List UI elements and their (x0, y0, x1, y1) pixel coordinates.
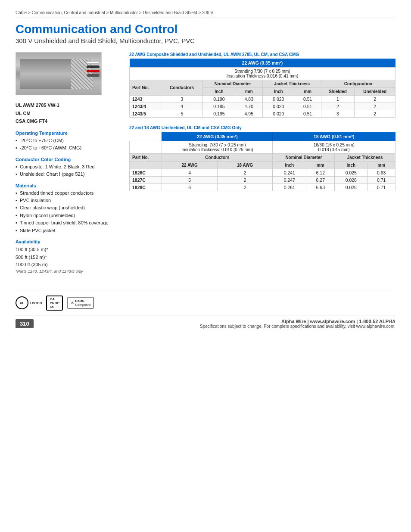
list-item: Tinned copper braid shield, 80% coverage (16, 220, 119, 226)
table1-awg-header: 22 AWG (0.35 mm²) (130, 59, 395, 68)
page-title: Communication and Control (16, 22, 395, 36)
cell-partno: 1243/5 (130, 110, 161, 118)
page-number: 310 (16, 319, 34, 328)
table1-title: 22 AWG Composite Shielded and Unshielded… (129, 52, 395, 57)
cell-unshielded: 2 (355, 110, 395, 118)
footer-disclaimer: Specifications subject to change. For co… (200, 324, 395, 329)
cell-mm2: 0.51 (294, 110, 321, 118)
cell-inch: 0.195 (203, 110, 235, 118)
operating-temp-heading: Operating Temperature (16, 131, 119, 136)
page-footer: 310 Alpha Wire | www.alphawire.com | 1-8… (16, 315, 395, 329)
table-row: 1243/5 5 0.195 4.95 0.020 0.51 3 2 (130, 110, 395, 118)
table2-stranding1: Stranding: 7/30 (7 x 0.25 mm)Insulation … (162, 141, 273, 154)
rohs-logo: ⚠ RoHS Compliant (67, 297, 94, 309)
col-subheader-18awg: 18 AWG (217, 162, 273, 169)
sb-logo: CA PROP 65 (46, 296, 63, 311)
cell-inch2: 0.020 (263, 103, 294, 110)
availability-heading: Availability (16, 239, 119, 244)
cell-mm2: 0.71 (367, 177, 395, 184)
cell-inch2: 0.025 (335, 169, 367, 177)
table2-title: 22 and 18 AWG Unshielded, UL CM and CSA … (129, 125, 395, 130)
avail-line1: 100 ft (30.5 m)* (16, 246, 119, 254)
page-subtitle: 300 V Unshielded and Braid Shield, Multi… (16, 37, 395, 44)
cell-mm2: 0.51 (294, 103, 321, 110)
left-column: UL AWM 2785 VW-1 UL CM CSA CMG FT4 Opera… (16, 52, 119, 274)
cell-mm: 6.12 (306, 169, 335, 177)
col-subheader-unshielded: Unshielded (355, 88, 395, 96)
cert-line3: CSA CMG FT4 (16, 117, 119, 125)
cell-mm2: 0.63 (367, 169, 395, 177)
list-item: PVC insulation (16, 197, 119, 204)
materials-heading: Materials (16, 183, 119, 188)
cert-line1: UL AWM 2785 VW-1 (16, 101, 119, 109)
col-subheader-mm4: mm (367, 162, 395, 169)
cell-mm: 6.63 (306, 184, 335, 191)
cell-mm: 4.83 (235, 96, 263, 103)
col-subheader-22awg: 22 AWG (162, 162, 218, 169)
list-item: Unshielded: Chart I (page 521) (16, 171, 119, 177)
col-header-conductors: Conductors (161, 80, 203, 96)
cell-18awg: 2 (217, 184, 273, 191)
cell-inch: 0.241 (273, 169, 306, 177)
table-row: 1828C 6 2 0.261 6.63 0.028 0.71 (130, 184, 395, 191)
cell-22awg: 5 (162, 177, 218, 184)
col-header-jacket2: Jacket Thickness (335, 154, 395, 162)
cell-partno: 1828C (130, 184, 162, 191)
col-subheader-mm2: mm (294, 88, 321, 96)
availability-note: *Parts 1243, 1243/4, and 1243/5 only (16, 269, 119, 274)
cell-18awg: 2 (217, 169, 273, 177)
col-subheader-inch2: Inch (263, 88, 294, 96)
table-row: 1243 3 0.190 4.83 0.020 0.51 1 2 (130, 96, 395, 103)
listed-text: LISTED (30, 301, 42, 305)
cell-inch2: 0.028 (335, 177, 367, 184)
availability-text: 100 ft (30.5 m)* 500 ft (152 m)* 1000 ft… (16, 246, 119, 269)
col-subheader-inch3: Inch (273, 162, 306, 169)
table-row: 1826C 4 2 0.241 6.12 0.025 0.63 (130, 169, 395, 177)
certifications: UL AWM 2785 VW-1 UL CM CSA CMG FT4 (16, 101, 119, 125)
operating-temp-list: -20°C to +75°C (CM) -20°C to +60°C (AWM,… (16, 137, 119, 152)
table-row: 1243/4 4 0.185 4.70 0.020 0.51 2 2 (130, 103, 395, 110)
col-subheader-shielded: Shielded (321, 88, 354, 96)
list-item: Composite: 1 White, 2 Black, 3 Red (16, 164, 119, 170)
cell-partno: 1827C (130, 177, 162, 184)
table1: 22 AWG (0.35 mm²) Stranding 7/30 (7 x 0.… (129, 59, 395, 118)
col-subheader-inch1: Inch (203, 88, 235, 96)
table-row: 1827C 5 2 0.247 6.27 0.028 0.71 (130, 177, 395, 184)
cell-18awg: 2 (217, 177, 273, 184)
list-item: -20°C to +75°C (CM) (16, 137, 119, 144)
cell-unshielded: 2 (355, 103, 395, 110)
cell-inch: 0.247 (273, 177, 306, 184)
cell-conductors: 5 (161, 110, 203, 118)
ul-logo: UL (16, 296, 28, 309)
col-subheader-empty (130, 162, 162, 169)
cell-shielded: 3 (321, 110, 354, 118)
breadcrumb: Cable > Communication, Control and Indus… (16, 10, 395, 18)
cert-line2: UL CM (16, 109, 119, 118)
list-item: -20°C to +60°C (AWM, CMG) (16, 145, 119, 151)
cell-22awg: 4 (162, 169, 218, 177)
col-header-nominal-diameter: Nominal Diameter (203, 80, 263, 88)
cell-mm: 4.70 (235, 103, 263, 110)
col-subheader-mm3: mm (306, 162, 335, 169)
col-header-partno: Part No. (130, 80, 161, 96)
table2-awg2-header: 18 AWG (0.81 mm²) (273, 132, 395, 141)
table2-section: 22 and 18 AWG Unshielded, UL CM and CSA … (129, 125, 395, 191)
cell-mm2: 0.51 (294, 96, 321, 103)
conductor-color-heading: Conductor Color Coding (16, 157, 119, 162)
right-column: 22 AWG Composite Shielded and Unshielded… (129, 52, 395, 274)
col-header-nominal2: Nominal Diameter (273, 154, 335, 162)
cell-shielded: 1 (321, 96, 354, 103)
list-item: Clear plastic wrap (unshielded) (16, 205, 119, 211)
cell-mm: 6.27 (306, 177, 335, 184)
list-item: Stranded tinned copper conductors (16, 190, 119, 196)
cell-inch2: 0.020 (263, 96, 294, 103)
avail-line2: 500 ft (152 m)* (16, 254, 119, 261)
col-header-jacket-thickness: Jacket Thickness (263, 80, 321, 88)
list-item: Nylon ripcord (unshielded) (16, 212, 119, 219)
cell-conductors: 3 (161, 96, 203, 103)
cell-partno: 1826C (130, 169, 162, 177)
col-subheader-inch4: Inch (335, 162, 367, 169)
cell-inch2: 0.020 (263, 110, 294, 118)
cell-inch: 0.185 (203, 103, 235, 110)
cell-inch: 0.261 (273, 184, 306, 191)
